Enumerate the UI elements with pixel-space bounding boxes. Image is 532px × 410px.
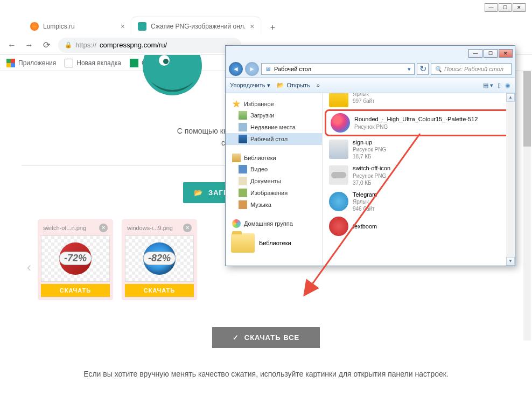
window-titlebar: — ☐ ✕ [0,0,532,15]
bookmark-newtab[interactable]: Новая вкладка [65,59,121,67]
chevron-down-icon[interactable]: ▾ [408,66,411,73]
explorer-body: Избранное Загрузки Недавние места Рабочи… [226,93,515,266]
forward-button[interactable]: → [24,40,34,50]
lock-icon: 🔒 [65,41,72,48]
nav-forward-button[interactable]: ► [245,62,259,76]
search-icon: 🔍 [435,66,442,73]
delete-button[interactable]: ✕ [99,224,108,232]
svg-point-0 [143,55,202,95]
tab-lumpics[interactable]: Lumpics.ru × [24,17,131,36]
open-button[interactable]: 📂 Открыть [277,82,310,89]
close-icon[interactable]: × [121,22,125,31]
file-type: Ярлык [353,198,377,205]
file-type: Ярлык [353,93,375,98]
minimize-button[interactable]: — [468,49,482,58]
compression-badge: -72% [59,252,92,265]
sidebar-item-desktop[interactable]: Рабочий стол [226,133,322,145]
sidebar-item-downloads[interactable]: Загрузки [226,109,322,121]
palette-icon [331,113,350,133]
close-icon[interactable]: × [250,22,254,31]
path-breadcrumb[interactable]: 🖥 Рабочий стол ▾ [261,63,415,75]
folder-open-icon: 📂 [194,189,203,197]
tab-label: Lumpics.ru [43,23,75,30]
file-name: switch-off-icon [353,164,390,172]
download-all-label: СКАЧАТЬ ВСЕ [244,333,299,342]
sidebar-item-music[interactable]: Музыка [226,199,322,211]
download-button[interactable]: СКАЧАТЬ [41,284,110,297]
file-item[interactable]: Ярлык997 байт [325,93,513,109]
nav-back-button[interactable]: ◄ [229,62,243,76]
view-options-button[interactable]: ▤ ▾ [483,82,493,89]
apps-button[interactable]: Приложения [6,59,56,67]
sidebar-label: Изображения [250,190,288,196]
file-list: Ярлык997 байт Rounded_-_High_Ultra_Colou… [323,93,515,266]
download-button[interactable]: СКАЧАТЬ [125,284,194,297]
tab-compresspng[interactable]: Сжатие PNG-изображений онл. × [131,17,261,36]
explorer-titlebar[interactable]: — ☐ ✕ [226,46,515,61]
sidebar-label: Музыка [250,201,271,208]
apps-icon [6,59,15,67]
sidebar-label: Видео [250,166,268,172]
organize-menu[interactable]: Упорядочить ▾ [230,82,270,89]
preview-pane-button[interactable]: ▯ [498,82,501,89]
sidebar-libraries-folder[interactable]: Библиотеки [231,233,317,253]
page-scrollbar[interactable] [523,71,531,340]
bookmark-label: Приложения [18,59,56,67]
file-icon [329,140,348,159]
file-scrollbar[interactable]: ▲ ▼ [506,93,515,266]
sidebar-homegroup[interactable]: Домашняя группа [226,216,322,229]
file-size: 37,0 КБ [353,179,390,186]
file-item[interactable]: sign-upРисунок PNG18,7 КБ [325,136,513,162]
sidebar-item-documents[interactable]: Документы [226,175,322,187]
file-item[interactable]: switch-off-iconРисунок PNG37,0 КБ [325,162,513,188]
file-info: Rounded_-_High_Ultra_Colour15_-Palette-5… [354,115,478,130]
sidebar-item-video[interactable]: Видео [226,163,322,175]
open-label: Открыть [286,82,310,88]
bookmark-label: Новая вкладка [76,59,121,67]
close-button[interactable]: ✕ [513,3,526,12]
minimize-button[interactable]: — [485,3,498,12]
thumbnail-preview[interactable]: -72% [41,235,110,282]
delete-button[interactable]: ✕ [183,224,192,232]
more-button[interactable]: » [317,82,320,88]
file-item[interactable]: TelegramЯрлык946 байт [325,189,513,214]
file-item[interactable]: textboom [325,214,513,238]
thumbnail-filename: switch-of...n.png [43,225,86,231]
explorer-sidebar: Избранное Загрузки Недавние места Рабочи… [226,93,323,266]
file-item-highlighted[interactable]: Rounded_-_High_Ultra_Colour15_-Palette-5… [325,109,513,136]
url-host: compresspng.com/ru/ [100,41,167,49]
check-icon: ✓ [233,333,239,342]
maximize-button[interactable]: ☐ [484,49,498,58]
help-button[interactable]: ◉ [505,82,510,89]
tab-label: Сжатие PNG-изображений онл. [151,23,246,30]
carousel-prev[interactable]: ‹ [27,260,31,275]
video-icon [239,165,247,173]
close-button[interactable]: ✕ [499,49,513,58]
file-size: 997 байт [353,98,375,105]
maximize-button[interactable]: ☐ [499,3,512,12]
scroll-up-button[interactable]: ▲ [506,93,515,102]
download-all-button[interactable]: ✓ СКАЧАТЬ ВСЕ [212,327,320,348]
file-name: Telegram [353,191,377,198]
compresspng-icon [138,22,146,31]
sidebar-item-images[interactable]: Изображения [226,187,322,199]
sidebar-libraries-header[interactable]: Библиотеки [226,150,322,163]
back-button[interactable]: ← [6,40,17,50]
refresh-button[interactable]: ↻ [417,63,429,75]
file-info: sign-upРисунок PNG18,7 КБ [353,138,386,160]
new-tab-button[interactable]: + [265,20,280,36]
reload-button[interactable]: ⟳ [41,40,52,50]
url-input[interactable]: 🔒 https://compresspng.com/ru/ [58,38,241,53]
sidebar-item-recent[interactable]: Недавние места [226,121,322,133]
downloads-icon [239,111,247,120]
sidebar-favorites-header[interactable]: Избранное [226,96,322,109]
search-input[interactable]: 🔍 Поиск: Рабочий стол [431,63,512,75]
music-icon [239,200,247,209]
file-info: textboom [353,223,377,230]
thumbnail-preview[interactable]: -82% [125,235,194,282]
scrollbar-thumb[interactable] [523,71,531,147]
thumbnail-header: windows-i...9.png✕ [125,223,194,235]
scroll-down-button[interactable]: ▼ [506,257,515,266]
explorer-navbar: ◄ ► 🖥 Рабочий стол ▾ ↻ 🔍 Поиск: Рабочий … [226,61,515,77]
chevron-down-icon: ▾ [267,82,270,89]
